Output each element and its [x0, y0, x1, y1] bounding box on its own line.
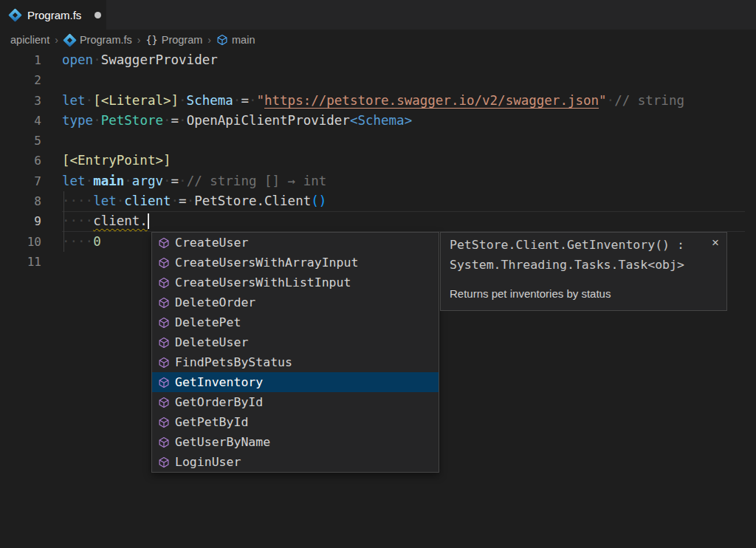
- token-ws: ·: [117, 193, 125, 208]
- suggest-docs-signature-line: System.Threading.Tasks.Task<obj>: [450, 255, 704, 275]
- suggest-item-label: DeletePet: [175, 315, 241, 329]
- token-cmt: // string [] → int: [187, 174, 327, 188]
- code-line-6[interactable]: 6[<EntryPoint>]: [0, 151, 756, 171]
- symbol-method-icon: [158, 417, 170, 428]
- token-op: =: [171, 174, 179, 188]
- breadcrumb-item-program-fs[interactable]: Program.fs: [63, 34, 132, 47]
- suggest-item-getorderbyid[interactable]: GetOrderById: [152, 392, 439, 412]
- token-var: client: [124, 193, 171, 208]
- suggest-item-getpetbyid[interactable]: GetPetById: [152, 412, 439, 432]
- token-num: 0: [93, 234, 101, 249]
- suggest-docs-signature-line: PetStore.Client.GetInventory() :: [450, 235, 704, 255]
- suggest-item-label: DeleteOrder: [175, 295, 255, 309]
- code-line-5[interactable]: 5: [0, 131, 756, 151]
- token-ws: ·: [171, 193, 179, 208]
- suggest-docs-description: Returns pet inventories by status: [450, 287, 704, 301]
- suggest-item-findpetsbystatus[interactable]: FindPetsByStatus: [152, 352, 439, 372]
- token-str: ": [256, 93, 264, 108]
- suggest-item-loginuser[interactable]: LoginUser: [152, 452, 439, 472]
- suggest-item-getuserbyname[interactable]: GetUserByName: [152, 432, 439, 452]
- symbol-method-icon: [158, 397, 170, 408]
- modified-dot-icon[interactable]: [94, 12, 101, 18]
- line-content: [<EntryPoint>]: [62, 151, 171, 171]
- token-ws: ·: [124, 174, 132, 188]
- token-fn: main: [93, 174, 124, 188]
- suggest-item-getinventory[interactable]: GetInventory: [152, 372, 439, 392]
- token-op: =: [179, 193, 187, 208]
- token-op: =: [171, 113, 179, 128]
- suggest-item-deleteuser[interactable]: DeleteUser: [152, 332, 439, 352]
- suggest-docs-popup: PetStore.Client.GetInventory() : System.…: [440, 232, 727, 311]
- token-kw: type: [62, 113, 93, 128]
- line-number: 8: [0, 191, 41, 211]
- fsharp-file-icon: [63, 34, 76, 47]
- line-number: 10: [0, 232, 41, 252]
- token-ws: ·: [179, 174, 187, 188]
- token-attr: [<Literal>]: [93, 93, 179, 108]
- symbol-method-icon: [158, 317, 170, 329]
- symbol-method-icon: [158, 377, 170, 388]
- token-type: PetStore: [101, 113, 163, 128]
- breadcrumb-separator: ›: [137, 34, 141, 46]
- code-line-3[interactable]: 3let·[<Literal>]·Schema·=·"https://petst…: [0, 91, 756, 111]
- code-line-7[interactable]: 7let·main·argv·=·// string [] → int: [0, 171, 756, 191]
- line-number: 1: [0, 50, 41, 70]
- breadcrumb-item-label: apiclient: [10, 34, 49, 46]
- current-line-highlight: [62, 211, 745, 231]
- suggest-item-label: GetInventory: [175, 375, 263, 389]
- tab-program-fs[interactable]: Program.fs: [0, 0, 106, 30]
- code-line-9[interactable]: 9····client.: [0, 211, 756, 231]
- token-ws: ·: [86, 174, 94, 188]
- breadcrumb-item-main[interactable]: main: [216, 34, 255, 46]
- code-line-8[interactable]: 8····let·client·=·PetStore.Client(): [0, 191, 756, 211]
- token-ws: ·: [607, 93, 615, 108]
- token-kw: let: [93, 193, 117, 208]
- token-ws: ····: [62, 213, 93, 228]
- token-plain: PetStore.Client: [194, 193, 311, 208]
- suggest-item-label: GetPetById: [175, 415, 248, 429]
- token-ws: ·: [179, 93, 187, 108]
- token-strlink[interactable]: https://petstore.swagger.io/v2/swagger.j…: [264, 93, 599, 108]
- suggest-item-createuserswithlistinput[interactable]: CreateUsersWithListInput: [152, 273, 439, 292]
- token-ws: ·: [233, 93, 241, 108]
- code-line-1[interactable]: 1open·SwaggerProvider: [0, 50, 756, 70]
- token-kw: let: [62, 174, 86, 188]
- suggest-item-createuser[interactable]: CreateUser: [152, 233, 439, 253]
- token-plain: OpenApiClientProvider: [187, 113, 350, 128]
- line-number: 3: [0, 91, 41, 111]
- token-var: Schema: [187, 93, 233, 108]
- line-content: let·main·argv·=·// string [] → int: [62, 171, 326, 191]
- code-line-4[interactable]: 4type·PetStore·=·OpenApiClientProvider<S…: [0, 111, 756, 131]
- close-icon[interactable]: ×: [712, 236, 719, 249]
- token-str: ": [599, 93, 607, 108]
- symbol-method-icon: [158, 456, 170, 468]
- suggest-item-label: CreateUsersWithListInput: [175, 275, 351, 290]
- token-ws: ·: [93, 52, 101, 67]
- tab-bar: Program.fs: [0, 0, 756, 30]
- line-number: 11: [0, 252, 41, 272]
- code-line-2[interactable]: 2: [0, 70, 756, 90]
- token-kw: let: [62, 93, 86, 108]
- suggest-item-label: GetUserByName: [175, 435, 270, 449]
- suggest-item-label: LoginUser: [175, 455, 241, 469]
- token-ws: ·: [163, 113, 171, 128]
- token-ws: ·: [179, 113, 187, 128]
- breadcrumb-item-apiclient[interactable]: apiclient: [10, 34, 49, 46]
- fsharp-file-icon: [9, 9, 21, 21]
- suggest-item-createuserswitharrayinput[interactable]: CreateUsersWithArrayInput: [152, 253, 439, 273]
- token-ws: ·: [163, 174, 171, 188]
- breadcrumb-item-program[interactable]: {}Program: [145, 34, 202, 46]
- breadcrumb: apiclient›Program.fs›{}Program›main: [0, 30, 756, 50]
- suggest-item-deletepet[interactable]: DeletePet: [152, 312, 439, 332]
- line-content: open·SwaggerProvider: [62, 50, 218, 70]
- suggest-item-deleteorder[interactable]: DeleteOrder: [152, 292, 439, 312]
- breadcrumb-item-label: main: [232, 34, 255, 46]
- line-content: type·PetStore·=·OpenApiClientProvider<Sc…: [62, 111, 412, 131]
- token-ws: ·: [249, 93, 257, 108]
- symbol-method-icon: [158, 436, 170, 448]
- suggest-widget: CreateUserCreateUsersWithArrayInputCreat…: [151, 232, 439, 473]
- token-plain: SwaggerProvider: [101, 52, 218, 67]
- vscode-window: { "tab_bar": { "tabs": [ { "label": "Pro…: [0, 0, 756, 548]
- suggest-item-label: FindPetsByStatus: [175, 355, 292, 369]
- symbol-method-icon: [158, 357, 170, 369]
